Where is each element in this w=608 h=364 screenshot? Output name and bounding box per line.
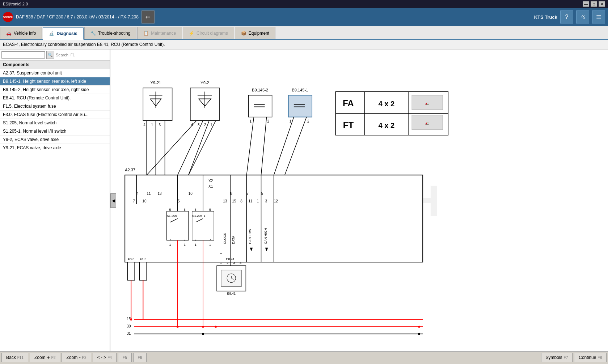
svg-point-116 [418, 326, 420, 328]
svg-text:1: 1 [290, 119, 292, 123]
list-item-1[interactable]: B9.145-1, Height sensor, rear axle, left… [0, 77, 110, 86]
svg-text:DATA: DATA [232, 236, 235, 244]
svg-text:4: 4 [240, 261, 241, 265]
menu-button[interactable]: ☰ [592, 10, 605, 23]
diagram-icon: ⚡ [189, 31, 194, 36]
car-icon: 🚗 [6, 31, 12, 36]
svg-text:S1.205-1: S1.205-1 [192, 214, 206, 218]
svg-rect-19 [248, 95, 272, 117]
list-item-2[interactable]: B9.145-2, Height sensor, rear axle, righ… [0, 86, 110, 94]
svg-point-115 [215, 326, 217, 328]
svg-text:7: 7 [195, 238, 197, 242]
list-item-8[interactable]: Y9-2, ECAS valve, drive axle [0, 136, 110, 144]
zoom-in-button[interactable]: Zoom + F2 [30, 353, 60, 362]
svg-text:1: 1 [195, 243, 197, 247]
svg-text:Y9-21: Y9-21 [151, 81, 161, 85]
svg-text:10: 10 [189, 192, 193, 196]
svg-text:5: 5 [209, 208, 211, 211]
svg-line-130 [178, 121, 203, 175]
search-label: Search [56, 53, 68, 57]
svg-text:1: 1 [209, 243, 211, 247]
svg-text:2: 2 [227, 261, 228, 265]
svg-text:1: 1 [169, 243, 171, 247]
continue-key: F8 [598, 356, 602, 360]
zoom-in-label: Zoom [34, 355, 46, 360]
nav-tabs: 🚗 Vehicle info 🔬 Diagnosis 🔧 Trouble-sho… [0, 26, 608, 40]
svg-text:13: 13 [223, 199, 227, 203]
sidebar: 🔍 Search F1 Components A2.37, Suspension… [0, 50, 110, 351]
search-icon: 🔍 [48, 53, 53, 57]
svg-text:3: 3 [198, 123, 200, 127]
f6-key: F6 [138, 356, 142, 360]
f5-button[interactable]: F5 [118, 353, 132, 362]
list-item-6[interactable]: S1.205, Normal level switch [0, 119, 110, 127]
svg-point-112 [130, 318, 132, 321]
svg-point-114 [202, 326, 204, 328]
svg-text:5: 5 [261, 192, 263, 196]
tab-trouble-shooting[interactable]: 🔧 Trouble-shooting [84, 27, 137, 39]
list-item-0[interactable]: A2.37, Suspension control unit [0, 69, 110, 77]
svg-line-131 [189, 121, 209, 175]
continue-label: Continue [579, 355, 596, 360]
svg-text:5: 5 [184, 208, 186, 211]
help-button[interactable]: ? [560, 10, 573, 23]
title-bar-left: ESI[tronic] 2.0 [3, 2, 28, 6]
svg-text:CLOCK: CLOCK [223, 233, 227, 244]
tab-maintenance: 📋 Maintenance [137, 27, 182, 39]
sidebar-list: A2.37, Suspension control unit B9.145-1,… [0, 69, 110, 351]
continue-button[interactable]: Continue F8 [574, 353, 607, 362]
print-button[interactable]: 🖨 [576, 10, 589, 23]
svg-rect-98 [127, 262, 135, 280]
svg-text:Y9-2: Y9-2 [200, 81, 209, 85]
minimize-button[interactable]: — [583, 1, 589, 7]
breadcrumb: ECAS-4, Electronically controlled air su… [0, 40, 608, 50]
f6-button[interactable]: F6 [133, 353, 147, 362]
symbols-key: F7 [564, 356, 568, 360]
back-key: F11 [17, 356, 24, 360]
tab-diagnosis[interactable]: 🔬 Diagnosis [43, 27, 83, 40]
search-button[interactable]: 🔍 [46, 51, 54, 59]
list-item-3[interactable]: E8.41, RCU (Remote Control Unit). [0, 94, 110, 102]
svg-point-118 [202, 333, 204, 335]
close-button[interactable]: ✕ [599, 1, 605, 7]
svg-text:1: 1 [210, 123, 212, 127]
svg-line-135 [274, 117, 294, 175]
breadcrumb-text: ECAS-4, Electronically controlled air su… [3, 42, 165, 47]
symbols-button[interactable]: Symbols F7 [541, 353, 573, 362]
back-button[interactable]: Back F11 [1, 353, 28, 362]
list-item-4[interactable]: F1.5, Electrical system fuse [0, 102, 110, 111]
zoom-out-button[interactable]: Zoom - F3 [62, 353, 91, 362]
search-input[interactable] [1, 51, 45, 59]
svg-line-132 [189, 121, 216, 175]
svg-text:1: 1 [257, 199, 259, 203]
back-arrow-button[interactable]: ⇐ [142, 10, 155, 23]
svg-text:3: 3 [265, 199, 267, 203]
svg-text:2: 2 [204, 123, 206, 127]
svg-text:4 x 2: 4 x 2 [378, 100, 394, 108]
svg-text:A2.37: A2.37 [125, 168, 135, 172]
svg-text:11: 11 [147, 192, 151, 196]
list-item-7[interactable]: S1.205-1, Normal level I/II switch [0, 127, 110, 136]
plus-icon: + [47, 355, 50, 360]
bottom-toolbar: Back F11 Zoom + F2 Zoom - F3 < - > F4 F5… [0, 351, 608, 363]
tab-vehicle-info[interactable]: 🚗 Vehicle info [0, 27, 42, 39]
list-item-5[interactable]: F3.0, ECAS fuse (Electronic Control Air … [0, 111, 110, 119]
maximize-button[interactable]: □ [591, 1, 597, 7]
svg-text:7: 7 [169, 238, 171, 242]
svg-text:4 x 2: 4 x 2 [378, 121, 394, 129]
svg-text:7: 7 [133, 199, 135, 203]
nav-button[interactable]: < - > F4 [93, 353, 117, 362]
svg-text:X1: X1 [208, 184, 213, 188]
svg-text:5: 5 [169, 208, 171, 211]
app-title: ESI[tronic] 2.0 [3, 2, 28, 6]
clipboard-icon: 📋 [143, 31, 149, 36]
svg-text:B9.145-1: B9.145-1 [292, 88, 308, 92]
sidebar-collapse-button[interactable]: ◀ [110, 193, 116, 208]
list-item-9[interactable]: Y9-21, ECAS valve, drive axle [0, 144, 110, 152]
svg-text:FA: FA [343, 98, 354, 108]
tab-equipment[interactable]: 📦 Equipment [235, 27, 275, 39]
svg-rect-25 [288, 95, 312, 117]
svg-text:X2: X2 [208, 179, 213, 183]
svg-text:1: 1 [220, 261, 222, 265]
tab-circuit-diagrams: ⚡ Circuit diagrams [183, 27, 234, 39]
